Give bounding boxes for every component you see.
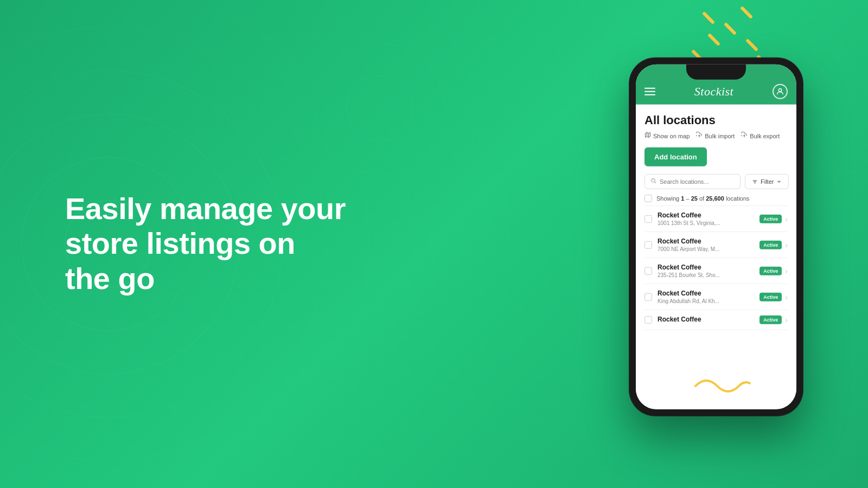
item-info-2: Rocket Coffee 235-251 Bourke St, Sho...: [658, 264, 754, 278]
add-location-button[interactable]: Add location: [644, 147, 707, 166]
search-icon: [650, 178, 656, 185]
page-title: All locations: [644, 113, 788, 127]
svg-marker-14: [646, 132, 650, 137]
hamburger-icon[interactable]: [644, 88, 655, 95]
item-checkbox-3[interactable]: [644, 293, 652, 300]
item-name-3: Rocket Coffee: [658, 290, 754, 297]
chevron-right-2: ›: [785, 266, 788, 275]
item-address-0: 1001 13th St S, Virginia,...: [658, 220, 754, 226]
item-checkbox-2[interactable]: [644, 267, 652, 274]
cloud-upload-import-icon: [696, 132, 703, 140]
location-item-0[interactable]: Rocket Coffee 1001 13th St S, Virginia,.…: [644, 206, 788, 232]
hero-headline: Easily manage your store listings on the…: [65, 191, 347, 296]
map-icon: [644, 132, 651, 140]
chevron-right-0: ›: [785, 214, 788, 223]
content-area: All locations Show on map: [636, 105, 796, 409]
item-right-3: Active ›: [760, 292, 788, 301]
phone-frame: Stockist All locations: [629, 58, 803, 416]
active-badge-0: Active: [760, 214, 782, 223]
filter-button[interactable]: Filter: [745, 174, 789, 189]
user-icon[interactable]: [773, 84, 788, 99]
item-info-4: Rocket Coffee: [658, 316, 754, 324]
svg-point-19: [652, 179, 655, 182]
bulk-export-link[interactable]: Bulk export: [741, 132, 780, 140]
bulk-import-label: Bulk import: [705, 132, 735, 139]
item-info-0: Rocket Coffee 1001 13th St S, Virginia,.…: [658, 211, 754, 226]
item-right-2: Active ›: [760, 266, 788, 275]
show-on-map-link[interactable]: Show on map: [644, 132, 690, 140]
svg-point-13: [778, 88, 781, 91]
showing-text: Showing 1 – 25 of 25,600 locations: [656, 195, 749, 202]
svg-line-20: [655, 182, 656, 183]
item-right-4: Active ›: [760, 316, 788, 324]
item-info-3: Rocket Coffee King Abdullah Rd, Al Kh...: [658, 290, 754, 304]
chevron-right-1: ›: [785, 240, 788, 249]
location-item-3[interactable]: Rocket Coffee King Abdullah Rd, Al Kh...…: [644, 284, 788, 310]
location-list: Rocket Coffee 1001 13th St S, Virginia,.…: [644, 206, 788, 330]
item-name-0: Rocket Coffee: [658, 211, 754, 219]
item-right-1: Active ›: [760, 240, 788, 249]
item-name-4: Rocket Coffee: [658, 316, 754, 323]
item-address-3: King Abdullah Rd, Al Kh...: [658, 298, 754, 304]
active-badge-1: Active: [760, 240, 782, 249]
show-on-map-label: Show on map: [653, 132, 690, 139]
active-badge-3: Active: [760, 292, 782, 301]
app-content: All locations Show on map: [636, 105, 796, 409]
item-info-1: Rocket Coffee 7000 NE Airport Way, M...: [658, 237, 754, 252]
item-address-2: 235-251 Bourke St, Sho...: [658, 272, 754, 278]
search-filter-row: Filter: [644, 174, 788, 189]
item-checkbox-4[interactable]: [644, 316, 652, 324]
cloud-upload-export-icon: [741, 132, 748, 140]
location-item-2[interactable]: Rocket Coffee 235-251 Bourke St, Sho... …: [644, 258, 788, 284]
action-links: Show on map Bulk import: [644, 132, 788, 140]
chevron-down-icon: [776, 179, 782, 184]
item-checkbox-1[interactable]: [644, 241, 652, 248]
search-box: [644, 174, 741, 189]
location-item-4[interactable]: Rocket Coffee Active ›: [644, 310, 788, 330]
item-right-0: Active ›: [760, 214, 788, 223]
item-checkbox-0[interactable]: [644, 215, 652, 222]
select-all-checkbox[interactable]: [644, 195, 652, 202]
app-logo: Stockist: [694, 85, 733, 99]
filter-icon: [752, 178, 758, 184]
locations-unit: locations: [726, 195, 749, 202]
location-item-1[interactable]: Rocket Coffee 7000 NE Airport Way, M... …: [644, 232, 788, 258]
bulk-export-label: Bulk export: [750, 132, 780, 139]
range-start: 1: [681, 195, 684, 202]
search-input[interactable]: [660, 178, 735, 185]
chevron-right-3: ›: [785, 292, 788, 301]
item-name-1: Rocket Coffee: [658, 237, 754, 245]
item-address-1: 7000 NE Airport Way, M...: [658, 246, 754, 252]
phone-mockup: Stockist All locations: [629, 58, 803, 416]
showing-row: Showing 1 – 25 of 25,600 locations: [644, 195, 788, 202]
phone-notch: [686, 65, 746, 80]
hero-section: Easily manage your store listings on the…: [65, 191, 347, 296]
active-badge-4: Active: [760, 316, 782, 324]
chevron-right-4: ›: [785, 316, 788, 324]
total-count: 25,600: [706, 195, 724, 202]
phone-screen: Stockist All locations: [636, 65, 796, 409]
active-badge-2: Active: [760, 266, 782, 275]
bulk-import-link[interactable]: Bulk import: [696, 132, 735, 140]
item-name-2: Rocket Coffee: [658, 264, 754, 271]
filter-label: Filter: [761, 178, 774, 185]
range-end: 25: [691, 195, 698, 202]
